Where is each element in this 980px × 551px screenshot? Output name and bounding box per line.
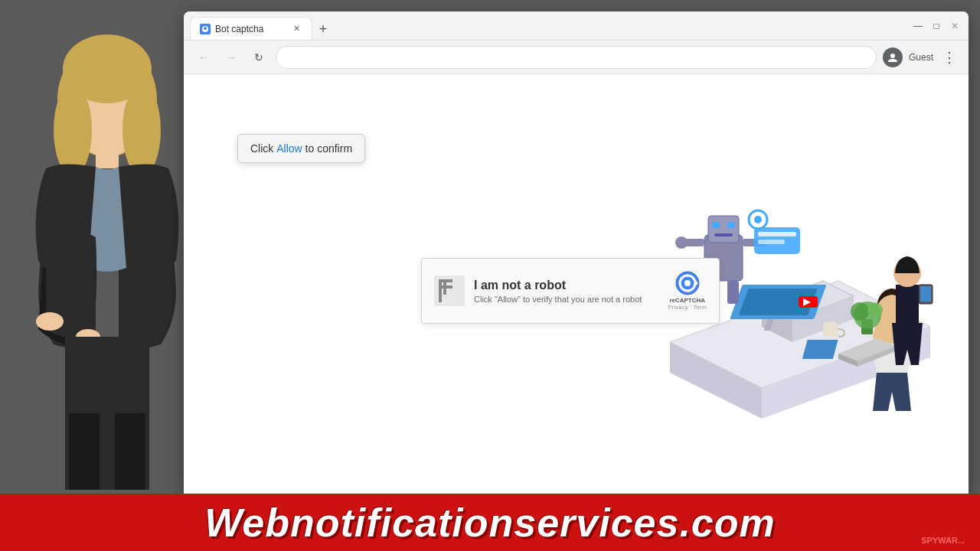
bottom-banner: Webnotificationservices.com SPYWAR... (0, 494, 980, 551)
profile-label: Guest (909, 52, 933, 63)
svg-rect-11 (115, 413, 145, 490)
popup-allow-text: Allow (276, 142, 302, 155)
svg-rect-26 (714, 233, 733, 236)
svg-rect-42 (758, 232, 796, 236)
forward-button[interactable]: → (220, 47, 242, 68)
popup-text-after: to confirm (302, 142, 352, 155)
svg-rect-49 (823, 325, 838, 337)
notification-popup: Click Allow to confirm (237, 134, 365, 163)
tab-title: Bot captcha (215, 24, 263, 34)
svg-rect-24 (712, 222, 720, 228)
svg-rect-36 (802, 340, 838, 359)
svg-rect-40 (920, 286, 931, 302)
browser-window: Bot captcha ✕ + — □ ✕ ← → ↻ (184, 11, 969, 494)
close-button[interactable]: ✕ (947, 18, 962, 34)
svg-point-47 (867, 302, 883, 318)
recaptcha-card: I am not a robot Click "Allow" to verify… (421, 258, 720, 324)
svg-point-13 (204, 27, 207, 30)
recaptcha-footer: Privacy · Term (668, 304, 707, 311)
svg-point-55 (684, 280, 691, 286)
svg-rect-23 (708, 216, 739, 243)
recaptcha-logo: reCAPTCHA Privacy · Term (668, 271, 707, 311)
svg-rect-25 (727, 222, 735, 228)
svg-point-33 (754, 216, 762, 223)
address-bar-container: ← → ↻ Guest ⋮ (184, 41, 969, 74)
new-tab-button[interactable]: + (312, 18, 334, 40)
active-tab[interactable]: Bot captcha ✕ (190, 17, 312, 40)
svg-rect-43 (758, 240, 785, 244)
svg-point-6 (63, 34, 152, 103)
tab-close-button[interactable]: ✕ (290, 23, 302, 35)
svg-rect-52 (439, 279, 452, 282)
page-content: Click Allow to confirm (184, 74, 969, 494)
spyware-badge: SPYWAR... (921, 536, 965, 545)
profile-area: Guest (883, 47, 933, 67)
svg-rect-53 (439, 285, 452, 289)
svg-rect-30 (727, 281, 739, 304)
svg-rect-37 (896, 285, 919, 323)
banner-text: Webnotificationservices.com (204, 500, 776, 546)
popup-text-before: Click (250, 142, 276, 155)
maximize-button[interactable]: □ (929, 18, 944, 34)
window-controls: — □ ✕ (910, 18, 962, 34)
address-bar[interactable] (276, 46, 877, 69)
browser-menu-button[interactable]: ⋮ (939, 49, 959, 66)
svg-point-7 (36, 312, 64, 331)
tab-bar: Bot captcha ✕ + (190, 11, 904, 40)
tab-favicon (200, 24, 211, 34)
svg-point-31 (675, 236, 688, 249)
recaptcha-icon (434, 276, 465, 306)
recaptcha-title: I am not a robot (474, 279, 658, 292)
profile-icon[interactable] (883, 47, 903, 67)
svg-point-46 (851, 302, 869, 321)
recaptcha-text: I am not a robot Click "Allow" to verify… (474, 279, 658, 304)
svg-point-14 (890, 54, 895, 58)
title-bar: Bot captcha ✕ + — □ ✕ (184, 11, 969, 41)
recaptcha-logo-text: reCAPTCHA (669, 297, 705, 304)
svg-rect-10 (69, 413, 100, 490)
svg-rect-50 (439, 279, 442, 302)
recaptcha-subtitle: Click "Allow" to verify that you are not… (474, 295, 658, 304)
svg-rect-3 (96, 149, 119, 168)
person-image (0, 0, 214, 490)
back-button[interactable]: ← (193, 47, 214, 68)
reload-button[interactable]: ↻ (248, 47, 270, 68)
minimize-button[interactable]: — (910, 18, 926, 34)
